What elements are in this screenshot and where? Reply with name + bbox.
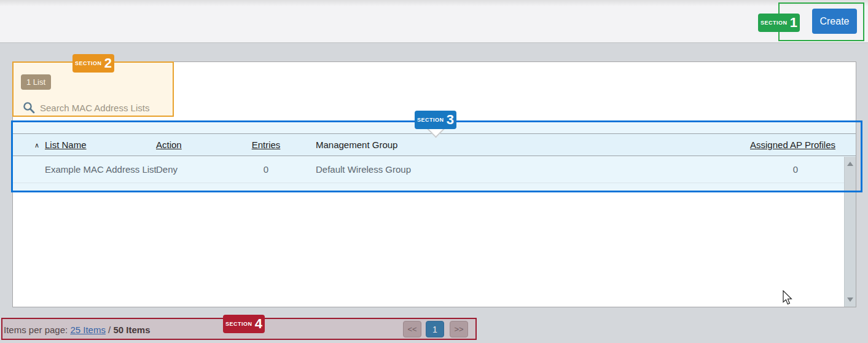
- search-input[interactable]: [40, 100, 172, 115]
- column-header-management-group: Management Group: [316, 140, 397, 150]
- pagination-separator: /: [106, 325, 114, 335]
- next-page-button[interactable]: >>: [450, 321, 468, 337]
- table-row[interactable]: Example MAC Address List Deny 0 Default …: [13, 156, 856, 183]
- table-top-strip: [13, 123, 856, 133]
- top-toolbar: Create: [0, 0, 868, 43]
- column-header-assigned-ap-profiles[interactable]: Assigned AP Profiles: [750, 140, 835, 150]
- mac-lists-table: ∧ List Name Action Entries Management Gr…: [13, 123, 856, 191]
- scroll-up-arrow-icon[interactable]: [847, 162, 853, 166]
- vertical-scrollbar[interactable]: [844, 157, 856, 307]
- items-per-page-label: Items per page:: [4, 325, 70, 335]
- total-items-label: 50 Items: [113, 325, 150, 335]
- search-icon[interactable]: [23, 101, 35, 116]
- section4-badge-number: 4: [255, 317, 262, 331]
- table-bottom-strip: [13, 183, 856, 191]
- cell-action: Deny: [156, 164, 178, 175]
- sort-asc-icon: ∧: [34, 141, 39, 149]
- page-size-link[interactable]: 25 Items: [70, 325, 106, 335]
- cell-entries: 0: [250, 164, 282, 175]
- column-header-action[interactable]: Action: [156, 140, 182, 150]
- create-button[interactable]: Create: [812, 9, 857, 34]
- column-header-list-name[interactable]: List Name: [45, 140, 87, 150]
- column-header-entries[interactable]: Entries: [250, 140, 282, 150]
- cell-assigned-ap-profiles: 0: [783, 164, 808, 175]
- list-count-badge: 1 List: [21, 74, 51, 90]
- current-page-button[interactable]: 1: [426, 321, 444, 337]
- section4-badge-word: SECTION: [225, 321, 252, 327]
- items-per-page: Items per page: 25 Items / 50 Items: [4, 325, 151, 335]
- scroll-down-arrow-icon[interactable]: [847, 298, 853, 302]
- table-header-row: ∧ List Name Action Entries Management Gr…: [13, 133, 856, 156]
- search-field[interactable]: [23, 100, 176, 115]
- previous-page-button[interactable]: <<: [403, 321, 421, 337]
- section4-badge: SECTION 4: [223, 315, 265, 333]
- cell-management-group: Default Wireless Group: [316, 164, 411, 175]
- cell-list-name: Example MAC Address List: [45, 164, 157, 175]
- mac-address-lists-panel: 1 List ∧ List Name Action Entries Manage…: [12, 61, 856, 307]
